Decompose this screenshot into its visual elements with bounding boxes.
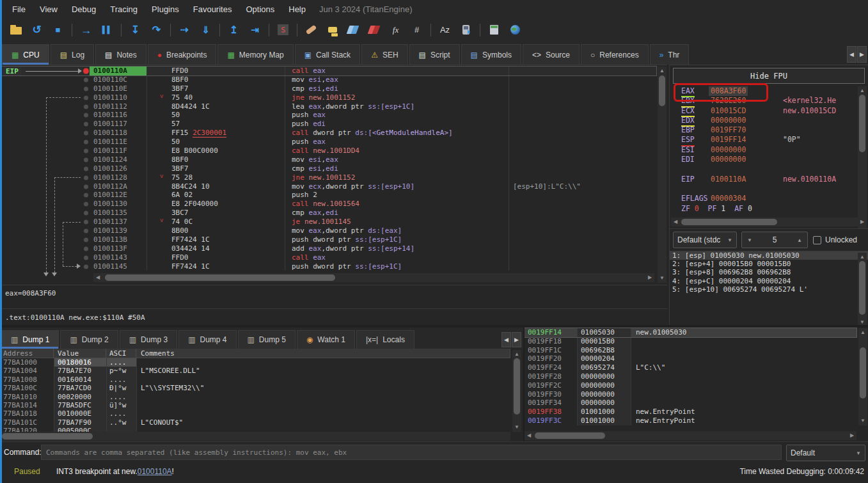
pause-icon[interactable]: ▌▌: [97, 21, 118, 39]
stack-row[interactable]: 0019FF2400695274L"C:\\": [525, 363, 856, 372]
tab-breakpoints[interactable]: ●Breakpoints: [148, 44, 217, 65]
register-row[interactable]: EBX7628E260<kernel32.He: [670, 96, 856, 106]
disassembly-row[interactable]: 01001128v75 28jne new.1001152: [0, 173, 656, 182]
v-scroll-thumb[interactable]: [859, 95, 865, 152]
gutter-dot-icon[interactable]: [84, 157, 88, 162]
register-row[interactable]: ESP0019FF14"0P": [670, 135, 856, 145]
disassembly-panel[interactable]: EIP 0100110AFFD0call eax0100110C8BF0mov …: [0, 65, 667, 285]
donate-icon[interactable]: [505, 21, 526, 39]
disassembly-row[interactable]: 010011398B00mov eax,dword ptr ds:[eax]: [0, 226, 656, 235]
menu-item-file[interactable]: File: [5, 0, 33, 19]
command-profile-dropdown[interactable]: Default ▼: [786, 445, 865, 461]
arguments-v-scrollbar[interactable]: ▲ ▼: [858, 253, 867, 327]
stack-row[interactable]: 0019FF1401005030new.01005030: [525, 328, 856, 337]
disassembly-row[interactable]: 0100111E50push eax: [0, 138, 656, 146]
calculator-icon[interactable]: [484, 21, 505, 39]
tab-dump-3[interactable]: ▥Dump 3: [120, 330, 177, 349]
stack-row[interactable]: 0019FF3801001000new.EntryPoint: [525, 408, 856, 416]
command-input[interactable]: [41, 445, 782, 460]
disassembly-row[interactable]: 0100111FE8 B00C0000call new.1001DD4: [0, 146, 656, 155]
register-row[interactable]: EAX008A3F60: [670, 86, 856, 96]
flags-row[interactable]: ZF 0 PF 1 AF 0: [670, 204, 856, 214]
gutter-dot-icon[interactable]: [84, 228, 88, 233]
register-row[interactable]: EBP0019FF70: [670, 125, 856, 135]
dump-row[interactable]: 77BA100800160014....: [0, 376, 510, 384]
dump-v-scrollbar[interactable]: ▲ ▼: [512, 350, 521, 432]
gutter-dot-icon[interactable]: [84, 246, 88, 251]
stack-h-scrollbar[interactable]: ◀ ▶: [525, 431, 856, 440]
v-scroll-thumb[interactable]: [859, 261, 865, 315]
tab-dump-4[interactable]: ▥Dump 4: [178, 330, 236, 349]
tab-threads[interactable]: »Thr: [650, 44, 690, 65]
disassembly-row[interactable]: 010011248BF0mov esi,eax: [0, 155, 656, 164]
registers-v-scrollbar[interactable]: ▲ ▼: [858, 86, 867, 228]
tab-watch-1[interactable]: ◉Watch 1: [297, 330, 355, 349]
dump-row[interactable]: 77BA100C77BA7CD0Ð|°wL"\\SYSTEM32\\": [0, 384, 510, 392]
register-row[interactable]: EDI00000000: [670, 155, 856, 164]
scroll-down-icon[interactable]: ▼: [858, 416, 867, 425]
stack-argument-row[interactable]: 5: [esp+10] 00695274 00695274 L': [670, 285, 868, 294]
gutter-dot-icon[interactable]: [84, 148, 88, 153]
calling-convention-dropdown[interactable]: Default (stdc ▼: [673, 232, 737, 248]
dump-row[interactable]: 77BA101C77BA7F90..°wL"CONOUT$": [0, 418, 510, 427]
disassembly-row[interactable]: 0100111757push edi: [0, 120, 656, 129]
disassembly-row[interactable]: 01001130E8 2F040000call new.1001564: [0, 200, 656, 209]
disassembly-row[interactable]: 010011263BF7cmp esi,edi: [0, 164, 656, 173]
tab-dump-2[interactable]: ▥Dump 2: [60, 330, 118, 349]
scroll-left-icon[interactable]: ◀: [525, 431, 533, 440]
disassembly-row[interactable]: 0100112E6A 02push 2: [0, 191, 656, 200]
dump-scroll-left-icon[interactable]: ◀: [501, 332, 511, 347]
disassembly-row[interactable]: 0100111650push eax: [0, 111, 656, 120]
dump-row[interactable]: 77BA10180010000E....: [0, 409, 510, 418]
menu-item-tracing[interactable]: Tracing: [103, 0, 145, 19]
settings-icon[interactable]: S: [272, 21, 294, 39]
execute-till-return-icon[interactable]: ↥: [223, 21, 244, 39]
register-row[interactable]: EFLAGS00000304: [670, 194, 856, 203]
disassembly-row[interactable]: 01001143FFD0call eax: [0, 253, 656, 262]
tab-scroll-left-icon[interactable]: ◀: [847, 46, 856, 63]
gutter-dot-icon[interactable]: [84, 202, 88, 207]
dump-panel[interactable]: ▥Dump 1▥Dump 2▥Dump 3▥Dump 4▥Dump 5◉Watc…: [0, 328, 523, 441]
spinner-down-icon[interactable]: ▼: [747, 237, 752, 243]
gutter-dot-icon[interactable]: [84, 131, 88, 136]
spinner-up-icon[interactable]: ▲: [797, 237, 802, 243]
scroll-up-icon[interactable]: ▲: [658, 67, 667, 75]
scroll-down-icon[interactable]: ▼: [658, 274, 667, 283]
registers-h-scrollbar[interactable]: ◀ ▶: [671, 218, 867, 226]
disassembly-row[interactable]: 01001145FF7424 1Cpush dword ptr ss:[esp+…: [0, 262, 656, 271]
stack-argument-row[interactable]: 2: [esp+4] 000015B0 000015B0: [670, 260, 868, 268]
gutter-dot-icon[interactable]: [84, 264, 88, 269]
register-row[interactable]: ECX010015CDnew.010015CD: [670, 106, 856, 116]
scroll-up-icon[interactable]: ▲: [858, 86, 867, 95]
gutter-dot-icon[interactable]: [84, 211, 88, 216]
scroll-right-icon[interactable]: ▶: [645, 273, 654, 282]
open-file-icon[interactable]: [5, 21, 26, 39]
scroll-left-icon[interactable]: ◀: [671, 218, 680, 226]
strings-icon[interactable]: Az: [434, 21, 455, 39]
unlocked-checkbox[interactable]: Unlocked: [813, 235, 857, 244]
tab-dump-5[interactable]: ▥Dump 5: [238, 330, 296, 349]
gutter-dot-icon[interactable]: [84, 104, 88, 109]
disassembly-row[interactable]: 0100113F034424 14add eax,dword ptr ss:[e…: [0, 244, 656, 253]
gutter-dot-icon[interactable]: [84, 166, 88, 171]
registers-panel[interactable]: Hide FPU EAX008A3F60EBX7628E260<kernel32…: [669, 65, 868, 328]
tab-dump-1[interactable]: ▥Dump 1: [1, 330, 59, 349]
disassembly-row[interactable]: 01001118FF15 2C300001call dword ptr ds:[…: [0, 129, 656, 138]
stack-row[interactable]: 0019FF2C00000000: [525, 381, 856, 390]
tab-call-stack[interactable]: ▣Call Stack: [295, 44, 360, 65]
register-row[interactable]: EDX00000000: [670, 116, 856, 125]
scroll-down-icon[interactable]: ▼: [512, 423, 521, 432]
restart-icon[interactable]: ↺: [26, 21, 47, 39]
scroll-left-icon[interactable]: ◀: [93, 273, 102, 282]
dump-header-comments[interactable]: Comments: [136, 349, 510, 358]
step-over-icon[interactable]: ↷: [146, 21, 167, 39]
gutter-dot-icon[interactable]: [84, 140, 88, 145]
register-row[interactable]: EIP0100110Anew.0100110A: [670, 175, 856, 184]
scroll-up-icon[interactable]: ▲: [858, 328, 867, 337]
argument-count-spinner[interactable]: ▼ 5 ▲: [741, 232, 808, 248]
stack-argument-row[interactable]: 1: [esp] 01005030 new.01005030: [670, 251, 868, 260]
animate-into-icon[interactable]: ⇢: [174, 21, 195, 39]
menu-item-help[interactable]: Help: [281, 0, 313, 19]
run-to-user-code-icon[interactable]: ⇥: [244, 21, 265, 39]
disassembly-row[interactable]: 0100113BFF7424 1Cpush dword ptr ss:[esp+…: [0, 235, 656, 244]
